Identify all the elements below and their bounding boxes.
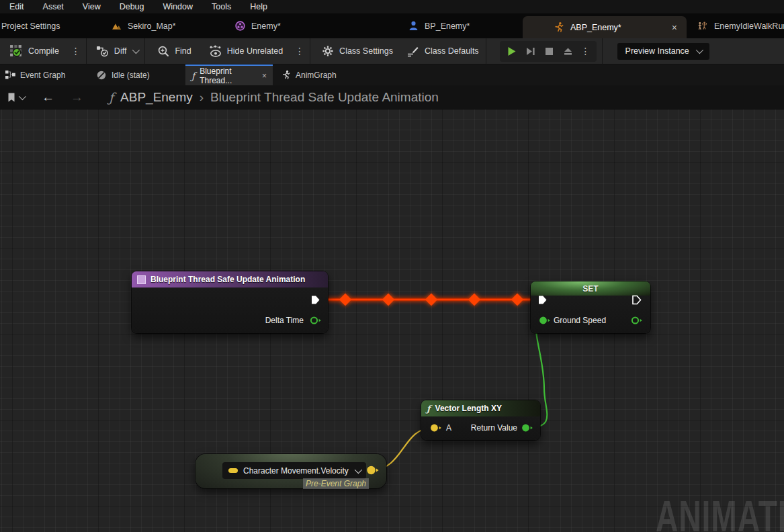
state-icon [96,70,107,81]
delta-time-output-pin[interactable] [310,316,322,325]
node-header: ƒ Vector Length XY [421,400,540,416]
graph-watermark: ANIMATION [656,491,784,532]
node-title: Vector Length XY [435,404,502,413]
toolbar-divider [486,38,486,64]
property-path-label: Character Movement.Velocity [243,466,349,476]
menu-help[interactable]: Help [241,0,277,13]
menu-window[interactable]: Window [154,0,202,13]
exec-output-pin[interactable] [310,295,320,305]
vector-a-input-pin[interactable] [430,423,442,433]
wire-layer [0,109,784,532]
back-arrow[interactable]: ← [34,90,62,105]
play-button[interactable] [503,42,521,60]
menu-tools[interactable]: Tools [202,0,241,13]
tab-label: Idle (state) [112,71,150,80]
tab-label: Sekiro_Map* [128,21,176,31]
function-icon: ƒ [427,404,431,414]
node-title: SET [536,284,645,294]
tab-label: BP_Enemy* [425,21,470,31]
breadcrumb-page-title: Blueprint Thread Safe Update Animation [210,90,439,105]
find-button[interactable]: Find [145,38,198,64]
exec-wire [316,294,543,306]
playback-kebab-icon[interactable]: ⋮ [578,46,594,56]
return-value-output-pin[interactable] [521,423,533,433]
diff-button[interactable]: Diff [87,38,145,64]
find-icon [157,45,170,58]
exec-output-pin[interactable] [631,295,642,305]
compile-button[interactable]: Compile [0,38,66,64]
tab-abp-enemy[interactable]: ABP_Enemy* × [523,16,687,38]
ground-speed-input-pin[interactable] [539,316,551,325]
eject-button[interactable] [559,42,578,60]
playback-controls: ⋮ [500,41,597,62]
class-settings-button[interactable]: Class Settings [310,38,400,64]
graph-document-tabs: Event Graph Idle (state) ƒ Blueprint Thr… [0,64,784,85]
close-icon[interactable]: × [262,71,267,81]
preview-instance-label: Preview Instance [625,46,689,56]
pin-label: Delta Time [265,316,304,325]
compile-options-kebab-icon[interactable]: ⋮ [66,46,86,56]
event-node-icon [137,275,146,284]
event-graph-icon [5,70,15,80]
breadcrumb-bar: ← → ƒ ABP_Enemy › Blueprint Thread Safe … [0,85,784,109]
node-vector-length-xy[interactable]: ƒ Vector Length XY A Return Value [421,400,540,440]
node-header: Blueprint Thread Safe Update Animation [132,271,328,287]
pin-label: A [446,423,451,433]
breadcrumb-asset[interactable]: ABP_Enemy [120,90,193,105]
vector-pin-icon [228,468,238,473]
chevron-down-icon [696,46,703,54]
grid-overlay [0,109,784,532]
node-header: SET [531,281,650,296]
menu-debug[interactable]: Debug [110,0,154,13]
find-label: Find [175,46,191,56]
menu-asset[interactable]: Asset [34,0,73,13]
hide-unrelated-kebab-icon[interactable]: ⋮ [290,46,310,56]
ground-speed-output-pin[interactable] [631,316,643,325]
tab-label: AnimGraph [296,71,337,80]
frame-skip-icon [525,46,536,57]
node-property-access-velocity[interactable]: Character Movement.Velocity Pre-Event Gr… [195,454,386,488]
close-icon[interactable]: × [672,23,677,32]
toolbar-divider [602,38,603,64]
menu-edit[interactable]: Edit [0,0,34,13]
node-set-ground-speed[interactable]: SET Ground Speed [531,281,650,333]
tab-enemy-idle-walk-run[interactable]: EnemyIdleWalkRun [697,13,784,38]
tab-blueprint-thread-safe[interactable]: ƒ Blueprint Thread... × [185,64,273,85]
exec-input-pin[interactable] [537,295,548,305]
velocity-output-pin[interactable] [366,465,380,476]
chevron-down-icon[interactable] [19,92,26,99]
map-icon [111,20,122,32]
character-asset-icon [408,20,419,32]
hide-unrelated-button[interactable]: Hide Unrelated [198,38,290,64]
preview-instance-dropdown[interactable]: Preview Instance [617,43,709,60]
property-access-dropdown[interactable]: Character Movement.Velocity [222,462,366,479]
bookmark-icon[interactable] [7,92,16,103]
class-defaults-label: Class Defaults [425,46,479,56]
node-update-animation[interactable]: Blueprint Thread Safe Update Animation D… [132,271,328,333]
asset-tab-bar: Project Settings Sekiro_Map* Enemy* BP [0,13,784,38]
frame-skip-button[interactable] [521,42,540,60]
chevron-down-icon [132,46,140,54]
tab-event-graph[interactable]: Event Graph [5,64,65,85]
tab-animgraph[interactable]: AnimGraph [281,64,337,85]
play-icon [506,46,517,57]
forward-arrow[interactable]: → [62,90,91,105]
context-badge: Pre-Event Graph [303,478,369,489]
tab-label: Event Graph [20,71,65,80]
tab-enemy[interactable]: Enemy* [234,13,281,38]
menu-view[interactable]: View [73,0,110,13]
tab-sekiro-map[interactable]: Sekiro_Map* [111,13,176,38]
compile-icon [9,44,24,58]
function-icon: ƒ [109,90,114,105]
tab-idle-state[interactable]: Idle (state) [96,64,150,85]
class-defaults-icon [406,44,420,58]
stop-button[interactable] [540,42,559,60]
tab-bp-enemy[interactable]: BP_Enemy* [408,13,470,38]
graph-canvas[interactable]: ANIMATION [0,109,784,532]
tab-project-settings[interactable]: Project Settings [1,13,60,38]
eject-icon [562,46,574,57]
enemy-asset-icon [234,20,246,32]
class-defaults-button[interactable]: Class Defaults [400,38,486,64]
function-icon: ƒ [191,71,195,81]
blendspace-asset-icon [697,20,709,32]
